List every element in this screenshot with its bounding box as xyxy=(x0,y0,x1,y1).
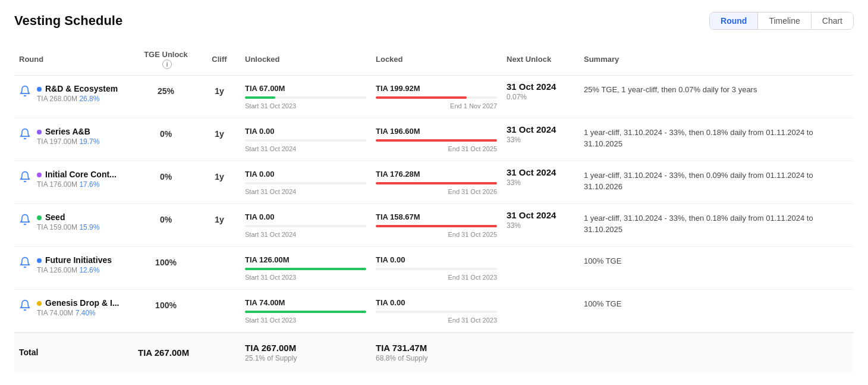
table-row: R&D & Ecosystem TIA 268.00M 26.8% 25% 1y… xyxy=(14,75,854,118)
round-name-genesis-drop: Genesis Drop & I... xyxy=(37,298,119,308)
bell-icon-rd-ecosystem[interactable] xyxy=(19,85,31,100)
round-pct-future-initiatives: 12.6% xyxy=(79,266,99,274)
cell-round-seed: Seed TIA 159.00M 15.9% xyxy=(14,204,133,246)
locked-end-series-ab: End 31 Oct 2025 xyxy=(448,145,497,152)
cell-unlocked-rd-ecosystem: TIA 67.00M Start 31 Oct 2023 xyxy=(240,75,371,118)
unlocked-start-rd-ecosystem: Start 31 Oct 2023 xyxy=(245,102,296,109)
table-row: Genesis Drop & I... TIA 74.00M 7.40% 100… xyxy=(14,289,854,333)
cell-tge-future-initiatives: 100% xyxy=(133,246,199,289)
table-row: Series A&B TIA 197.00M 19.7% 0% 1y TIA 0… xyxy=(14,118,854,161)
footer-label: Total xyxy=(14,333,133,372)
round-dot-rd-ecosystem xyxy=(37,87,42,92)
page-title: Vesting Schedule xyxy=(14,13,122,29)
footer-summary xyxy=(579,333,854,372)
locked-bar-seed xyxy=(376,225,497,227)
locked-amount-series-ab: TIA 196.60M xyxy=(376,127,420,136)
unlocked-bar-initial-core xyxy=(245,182,366,184)
footer-cliff xyxy=(199,333,240,372)
round-sub-rd-ecosystem: TIA 268.00M 26.8% xyxy=(37,95,118,103)
locked-amount-future-initiatives: TIA 0.00 xyxy=(376,255,405,264)
next-date-seed: 31 Oct 2024 xyxy=(507,210,574,220)
cell-round-series-ab: Series A&B TIA 197.00M 19.7% xyxy=(14,118,133,161)
col-header-summary: Summary xyxy=(579,44,854,75)
cell-next-rd-ecosystem: 31 Oct 2024 0.07% xyxy=(502,75,579,118)
cell-unlocked-genesis-drop: TIA 74.00M Start 31 Oct 2023 xyxy=(240,289,371,333)
unlocked-bar-genesis-drop xyxy=(245,311,366,313)
col-header-round: Round xyxy=(14,44,133,75)
unlocked-bar-series-ab xyxy=(245,139,366,142)
round-sub-future-initiatives: TIA 126.00M 12.6% xyxy=(37,266,112,274)
unlocked-bar-seed xyxy=(245,225,366,227)
cell-tge-rd-ecosystem: 25% xyxy=(133,75,199,118)
unlocked-amount-genesis-drop: TIA 74.00M xyxy=(245,298,285,307)
locked-bar-initial-core xyxy=(376,182,497,184)
round-sub-series-ab: TIA 197.00M 19.7% xyxy=(37,137,99,146)
cell-cliff-genesis-drop xyxy=(199,289,240,333)
table-row: Future Initiatives TIA 126.00M 12.6% 100… xyxy=(14,246,854,289)
unlocked-amount-initial-core: TIA 0.00 xyxy=(245,170,274,179)
locked-bar-future-initiatives xyxy=(376,268,497,270)
cell-summary-series-ab: 1 year-cliff, 31.10.2024 - 33%, then 0.1… xyxy=(579,118,854,161)
cell-tge-seed: 0% xyxy=(133,204,199,246)
cell-locked-initial-core: TIA 176.28M End 31 Oct 2026 xyxy=(371,161,502,204)
footer-unlocked: TIA 267.00M 25.1% of Supply xyxy=(240,333,371,372)
cell-tge-initial-core: 0% xyxy=(133,161,199,204)
round-name-rd-ecosystem: R&D & Ecosystem xyxy=(37,84,118,93)
col-header-cliff: Cliff xyxy=(199,44,240,75)
locked-end-initial-core: End 31 Oct 2026 xyxy=(448,188,497,195)
footer-next xyxy=(502,333,579,372)
unlocked-start-genesis-drop: Start 31 Oct 2023 xyxy=(245,317,296,324)
cell-round-future-initiatives: Future Initiatives TIA 126.00M 12.6% xyxy=(14,246,133,289)
unlocked-start-future-initiatives: Start 31 Oct 2023 xyxy=(245,274,296,281)
cell-cliff-rd-ecosystem: 1y xyxy=(199,75,240,118)
table-footer: Total TIA 267.00M TIA 267.00M 25.1% of S… xyxy=(14,333,854,372)
round-name-future-initiatives: Future Initiatives xyxy=(37,255,112,265)
col-header-locked: Locked xyxy=(371,44,502,75)
bell-icon-seed[interactable] xyxy=(19,214,31,229)
cell-summary-seed: 1 year-cliff, 31.10.2024 - 33%, then 0.1… xyxy=(579,204,854,246)
round-dot-genesis-drop xyxy=(37,301,42,306)
cell-next-initial-core: 31 Oct 2024 33% xyxy=(502,161,579,204)
cell-cliff-initial-core: 1y xyxy=(199,161,240,204)
next-pct-initial-core: 33% xyxy=(507,179,574,187)
round-sub-initial-core: TIA 176.00M 17.6% xyxy=(37,180,117,189)
unlocked-bar-future-initiatives xyxy=(245,268,366,270)
tge-info-icon[interactable]: i xyxy=(162,60,172,69)
cell-locked-future-initiatives: TIA 0.00 End 31 Oct 2023 xyxy=(371,246,502,289)
cell-unlocked-future-initiatives: TIA 126.00M Start 31 Oct 2023 xyxy=(240,246,371,289)
col-header-next-unlock: Next Unlock xyxy=(502,44,579,75)
locked-amount-rd-ecosystem: TIA 199.92M xyxy=(376,84,420,93)
bell-icon-series-ab[interactable] xyxy=(19,128,31,143)
table-row: Initial Core Cont... TIA 176.00M 17.6% 0… xyxy=(14,161,854,204)
locked-amount-seed: TIA 158.67M xyxy=(376,212,420,221)
cell-summary-initial-core: 1 year-cliff, 31.10.2024 - 33%, then 0.0… xyxy=(579,161,854,204)
locked-end-future-initiatives: End 31 Oct 2023 xyxy=(448,274,497,281)
round-dot-initial-core xyxy=(37,173,42,177)
cell-unlocked-series-ab: TIA 0.00 Start 31 Oct 2024 xyxy=(240,118,371,161)
bell-icon-future-initiatives[interactable] xyxy=(19,256,31,271)
footer-locked: TIA 731.47M 68.8% of Supply xyxy=(371,333,502,372)
vesting-table: Round TGE Unlock i Cliff Unlocked Locked… xyxy=(14,44,854,372)
cell-next-seed: 31 Oct 2024 33% xyxy=(502,204,579,246)
view-toggle-chart[interactable]: Chart xyxy=(812,12,853,29)
round-pct-seed: 15.9% xyxy=(79,223,99,231)
bell-icon-initial-core[interactable] xyxy=(19,171,31,186)
locked-amount-initial-core: TIA 176.28M xyxy=(376,170,420,179)
round-pct-initial-core: 17.6% xyxy=(79,180,99,189)
cell-unlocked-initial-core: TIA 0.00 Start 31 Oct 2024 xyxy=(240,161,371,204)
locked-amount-genesis-drop: TIA 0.00 xyxy=(376,298,405,307)
locked-bar-genesis-drop xyxy=(376,311,497,313)
cell-locked-rd-ecosystem: TIA 199.92M End 1 Nov 2027 xyxy=(371,75,502,118)
view-toggle-timeline[interactable]: Timeline xyxy=(758,12,811,29)
cell-summary-genesis-drop: 100% TGE xyxy=(579,289,854,333)
unlocked-start-seed: Start 31 Oct 2024 xyxy=(245,231,296,238)
view-toggle-table[interactable]: Round xyxy=(710,12,758,29)
cell-next-future-initiatives xyxy=(502,246,579,289)
cell-locked-seed: TIA 158.67M End 31 Oct 2025 xyxy=(371,204,502,246)
bell-icon-genesis-drop[interactable] xyxy=(19,299,31,314)
cell-summary-future-initiatives: 100% TGE xyxy=(579,246,854,289)
locked-end-seed: End 31 Oct 2025 xyxy=(448,231,497,238)
round-dot-series-ab xyxy=(37,130,42,134)
cell-round-initial-core: Initial Core Cont... TIA 176.00M 17.6% xyxy=(14,161,133,204)
next-pct-series-ab: 33% xyxy=(507,136,574,144)
